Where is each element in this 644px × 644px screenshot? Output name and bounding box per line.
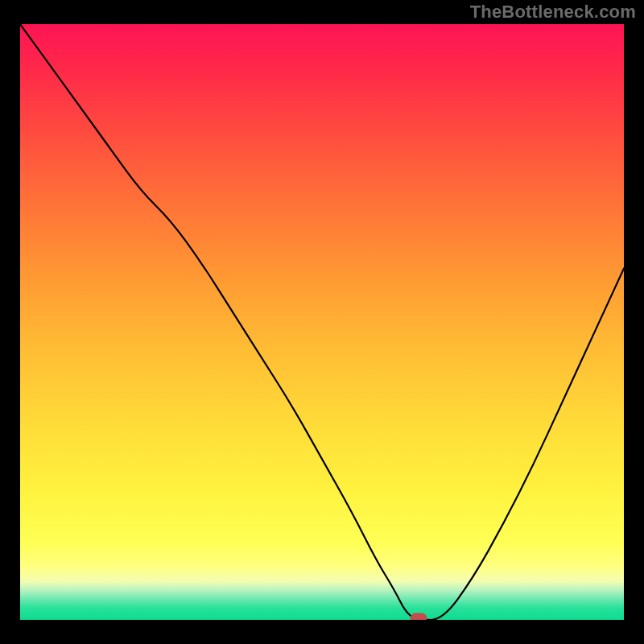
watermark-text: TheBottleneck.com [470, 2, 636, 23]
plot-svg [20, 24, 624, 620]
optimal-marker [411, 613, 427, 620]
chart-container: TheBottleneck.com [0, 0, 644, 644]
plot-area [20, 24, 624, 620]
bottleneck-curve [20, 24, 624, 620]
